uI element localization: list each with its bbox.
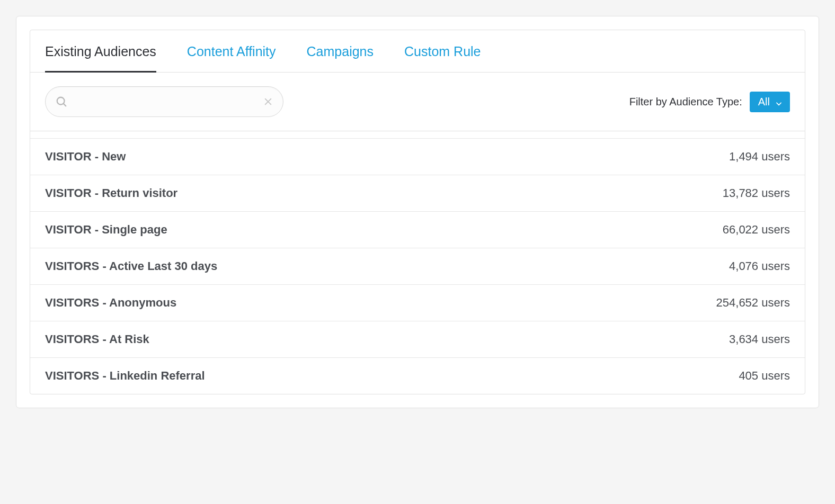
filter-dropdown[interactable]: All: [750, 92, 790, 112]
audience-name: VISITOR - New: [45, 150, 126, 164]
chevron-down-icon: [775, 98, 783, 105]
svg-line-1: [64, 104, 66, 106]
list-item[interactable]: VISITORS - Active Last 30 days 4,076 use…: [30, 248, 805, 285]
audience-name: VISITORS - Active Last 30 days: [45, 259, 217, 273]
clear-icon[interactable]: [263, 97, 273, 106]
filter-group: Filter by Audience Type: All: [629, 92, 790, 112]
search-wrap: [45, 86, 283, 117]
audience-count: 66,022 users: [723, 223, 790, 237]
list-item[interactable]: VISITORS - Linkedin Referral 405 users: [30, 358, 805, 394]
audience-count: 13,782 users: [723, 186, 790, 200]
filter-label: Filter by Audience Type:: [629, 96, 742, 108]
list-item[interactable]: VISITOR - Single page 66,022 users: [30, 212, 805, 248]
search-input[interactable]: [45, 86, 283, 117]
audience-name: VISITOR - Single page: [45, 223, 167, 237]
audience-count: 4,076 users: [729, 259, 790, 273]
search-icon: [56, 96, 67, 107]
tabs: Existing Audiences Content Affinity Camp…: [30, 30, 805, 73]
tab-content-affinity[interactable]: Content Affinity: [187, 30, 276, 73]
toolbar: Filter by Audience Type: All: [30, 73, 805, 131]
audience-count: 254,652 users: [716, 296, 790, 310]
tab-custom-rule[interactable]: Custom Rule: [404, 30, 481, 73]
tab-existing-audiences[interactable]: Existing Audiences: [45, 30, 156, 73]
audience-count: 405 users: [739, 369, 790, 383]
audience-name: VISITORS - At Risk: [45, 332, 149, 346]
list-item[interactable]: VISITORS - At Risk 3,634 users: [30, 321, 805, 358]
list-item[interactable]: VISITOR - Return visitor 13,782 users: [30, 175, 805, 212]
audience-name: VISITORS - Anonymous: [45, 296, 176, 310]
outer-card: Existing Audiences Content Affinity Camp…: [16, 16, 819, 408]
list-item[interactable]: VISITOR - New 1,494 users: [30, 139, 805, 175]
audiences-panel: Existing Audiences Content Affinity Camp…: [30, 30, 805, 394]
filter-selected-value: All: [758, 96, 770, 108]
audience-name: VISITORS - Linkedin Referral: [45, 369, 205, 383]
audience-count: 1,494 users: [729, 150, 790, 164]
audience-count: 3,634 users: [729, 332, 790, 346]
audience-name: VISITOR - Return visitor: [45, 186, 177, 200]
spacer-row: [30, 131, 805, 139]
audience-list: VISITOR - New 1,494 users VISITOR - Retu…: [30, 139, 805, 394]
list-item[interactable]: VISITORS - Anonymous 254,652 users: [30, 285, 805, 321]
tab-campaigns[interactable]: Campaigns: [307, 30, 374, 73]
